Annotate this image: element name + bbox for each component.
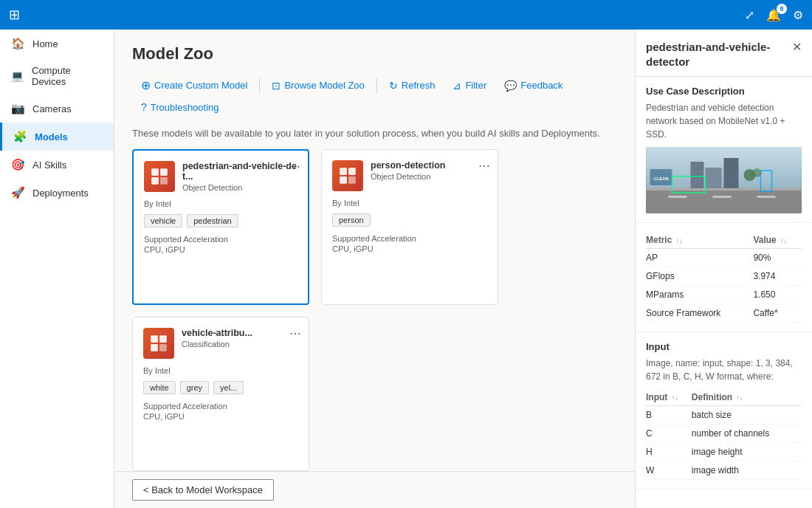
input-definition: number of channels bbox=[692, 425, 802, 443]
metric-value: 1.650 bbox=[753, 286, 802, 304]
svg-rect-2 bbox=[151, 177, 159, 185]
panel-use-case-section: Use Case Description Pedestrian and vehi… bbox=[636, 77, 812, 223]
panel-close-button[interactable]: ✕ bbox=[792, 40, 802, 54]
create-custom-model-button[interactable]: ⊕ Create Custom Model bbox=[132, 74, 256, 97]
svg-rect-13 bbox=[647, 190, 802, 213]
svg-rect-8 bbox=[151, 335, 158, 343]
camera-icon: 📷 bbox=[10, 102, 25, 115]
model-menu-person[interactable]: ⋯ bbox=[478, 159, 490, 173]
metric-sort-icon[interactable]: ↑↓ bbox=[676, 237, 683, 244]
sidebar: 🏠 Home 💻 Compute Devices 📷 Cameras 🧩 Mod… bbox=[0, 30, 114, 508]
svg-rect-11 bbox=[159, 344, 167, 351]
acceleration-person: CPU, iGPU bbox=[332, 244, 487, 253]
topbar-right: ⤢ 🔔 8 ⚙ bbox=[745, 8, 803, 22]
svg-rect-7 bbox=[348, 176, 356, 184]
model-info-vehicle: vehicle-attribu... Classification bbox=[182, 328, 298, 349]
sidebar-item-models[interactable]: 🧩 Models bbox=[0, 123, 114, 151]
model-tags-person: person bbox=[332, 213, 487, 227]
acceleration-vehicle: CPU, iGPU bbox=[143, 412, 298, 421]
troubleshooting-button[interactable]: ? Troubleshooting bbox=[132, 97, 228, 117]
share-icon[interactable]: ⤢ bbox=[745, 8, 754, 22]
browse-icon: ⊡ bbox=[272, 80, 281, 92]
svg-rect-1 bbox=[160, 168, 168, 176]
browse-model-zoo-button[interactable]: ⊡ Browse Model Zoo bbox=[263, 75, 373, 96]
metric-name: GFlops bbox=[646, 267, 753, 286]
model-by-vehicle: By Intel bbox=[143, 366, 298, 375]
input-definition: batch size bbox=[692, 406, 802, 425]
sidebar-item-ai-skills[interactable]: 🎯 AI Skills bbox=[0, 151, 114, 179]
model-by-pedestrian: By Intel bbox=[144, 199, 297, 208]
tag-white: white bbox=[143, 381, 176, 394]
model-menu-pedestrian[interactable]: ⋯ bbox=[289, 159, 300, 174]
svg-rect-16 bbox=[713, 196, 732, 198]
sidebar-item-home[interactable]: 🏠 Home bbox=[0, 30, 114, 58]
sidebar-item-compute-devices[interactable]: 💻 Compute Devices bbox=[0, 58, 114, 95]
filter-button[interactable]: ⊿ Filter bbox=[444, 75, 495, 96]
value-sort-icon[interactable]: ↑↓ bbox=[780, 237, 787, 244]
home-icon: 🏠 bbox=[10, 37, 25, 50]
model-type-pedestrian: Object Detection bbox=[182, 183, 297, 192]
metric-name: Source Framework bbox=[646, 304, 753, 323]
feedback-button[interactable]: 💬 Feedback bbox=[495, 75, 571, 96]
model-card-header-vehicle: vehicle-attribu... Classification bbox=[143, 328, 298, 359]
definition-sort-icon[interactable]: ↑↓ bbox=[736, 394, 743, 402]
svg-rect-4 bbox=[340, 168, 347, 175]
main-layout: 🏠 Home 💻 Compute Devices 📷 Cameras 🧩 Mod… bbox=[0, 30, 812, 508]
definition-col-header: Definition ↑↓ bbox=[692, 389, 802, 406]
notifications-badge: 8 bbox=[777, 4, 787, 14]
metric-value: Caffe* bbox=[753, 304, 802, 323]
svg-rect-10 bbox=[151, 344, 158, 351]
model-menu-vehicle[interactable]: ⋯ bbox=[289, 326, 301, 340]
svg-rect-21 bbox=[706, 168, 722, 188]
metric-value: 3.974 bbox=[753, 267, 802, 286]
input-definition: image width bbox=[692, 461, 802, 480]
topbar: ⊞ ⤢ 🔔 8 ⚙ bbox=[0, 0, 812, 30]
model-tags-pedestrian: vehicle pedestrian bbox=[144, 214, 297, 227]
metric-row: Source FrameworkCaffe* bbox=[646, 304, 802, 323]
svg-rect-0 bbox=[151, 168, 159, 176]
notifications-icon[interactable]: 🔔 8 bbox=[766, 8, 781, 22]
metrics-table: Metric ↑↓ Value ↑↓ AP90%GFlops3.974MPara… bbox=[646, 232, 802, 323]
help-icon: ? bbox=[141, 101, 147, 113]
model-card-pedestrian[interactable]: pedestrian-and-vehicle-det... Object Det… bbox=[132, 149, 309, 305]
svg-rect-3 bbox=[160, 177, 168, 185]
svg-rect-22 bbox=[724, 158, 739, 188]
sidebar-item-label: Models bbox=[35, 131, 68, 143]
input-title: Input bbox=[646, 341, 802, 352]
input-sort-icon[interactable]: ↑↓ bbox=[672, 394, 678, 402]
model-card-header: pedestrian-and-vehicle-det... Object Det… bbox=[144, 161, 297, 192]
model-card-person[interactable]: person-detection Object Detection ⋯ By I… bbox=[321, 149, 498, 305]
use-case-title: Use Case Description bbox=[646, 86, 802, 97]
acceleration-label-pedestrian: Supported Acceleration bbox=[144, 235, 297, 244]
model-info-pedestrian: pedestrian-and-vehicle-det... Object Det… bbox=[182, 161, 297, 192]
model-card-vehicle[interactable]: vehicle-attribu... Classification ⋯ By I… bbox=[132, 317, 309, 471]
page-header: Model Zoo ⊕ Create Custom Model ⊡ Browse… bbox=[114, 30, 635, 128]
model-card-header-person: person-detection Object Detection bbox=[332, 160, 487, 191]
back-to-workspace-button[interactable]: < Back to Model Workspace bbox=[132, 479, 274, 501]
feedback-icon: 💬 bbox=[504, 80, 517, 92]
grid-menu-icon[interactable]: ⊞ bbox=[9, 7, 20, 23]
filter-icon: ⊿ bbox=[453, 80, 461, 92]
metric-row: MParams1.650 bbox=[646, 286, 802, 304]
deployments-icon: 🚀 bbox=[10, 186, 25, 199]
refresh-button[interactable]: ↻ Refresh bbox=[380, 75, 444, 96]
model-name-pedestrian: pedestrian-and-vehicle-det... bbox=[182, 161, 297, 182]
sidebar-item-deployments[interactable]: 🚀 Deployments bbox=[0, 179, 114, 207]
input-letter: B bbox=[646, 406, 692, 425]
sidebar-item-cameras[interactable]: 📷 Cameras bbox=[0, 95, 114, 123]
model-info-person: person-detection Object Detection bbox=[371, 160, 487, 181]
model-by-person: By Intel bbox=[332, 199, 487, 207]
model-name-vehicle: vehicle-attribu... bbox=[182, 328, 298, 338]
svg-rect-5 bbox=[348, 168, 356, 175]
model-type-vehicle: Classification bbox=[182, 340, 298, 349]
tag-vehicle: vehicle bbox=[144, 214, 182, 227]
model-type-person: Object Detection bbox=[371, 172, 487, 181]
panel-header: pedestrian-and-vehicle-detector ✕ bbox=[636, 30, 812, 77]
settings-icon[interactable]: ⚙ bbox=[793, 8, 803, 22]
model-icon-vehicle bbox=[143, 328, 174, 359]
input-row: Wimage width bbox=[646, 461, 802, 480]
metric-name: AP bbox=[646, 249, 753, 267]
svg-point-26 bbox=[753, 168, 762, 177]
ai-skills-icon: 🎯 bbox=[10, 158, 25, 171]
models-grid: pedestrian-and-vehicle-det... Object Det… bbox=[114, 149, 635, 471]
